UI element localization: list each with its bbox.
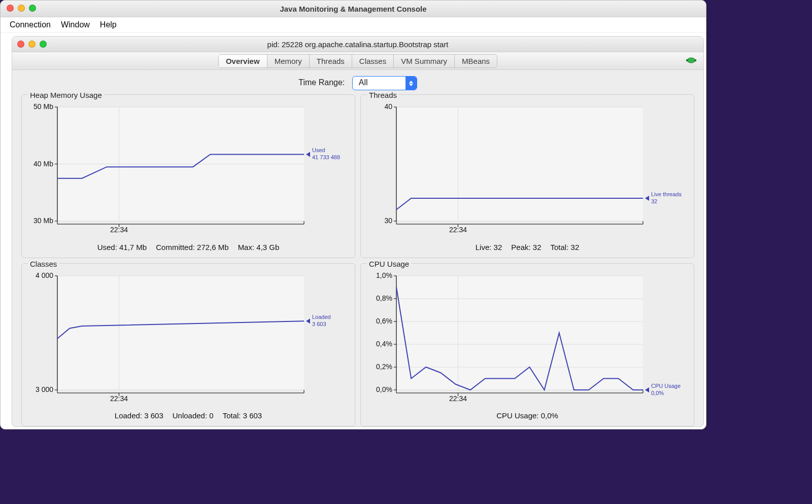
close-icon[interactable] bbox=[7, 5, 14, 12]
threads-peak: Peak: 32 bbox=[511, 243, 541, 251]
tab-memory[interactable]: Memory bbox=[267, 55, 310, 67]
svg-text:CPU Usage: CPU Usage bbox=[651, 383, 681, 389]
tab-mbeans[interactable]: MBeans bbox=[455, 55, 497, 67]
svg-rect-22 bbox=[396, 107, 643, 221]
document-window: pid: 25228 org.apache.catalina.startup.B… bbox=[12, 36, 704, 427]
heap-used: Used: 41,7 Mb bbox=[97, 243, 147, 251]
svg-text:50 Mb: 50 Mb bbox=[33, 104, 53, 111]
svg-text:1,0%: 1,0% bbox=[376, 273, 392, 279]
svg-text:Loaded: Loaded bbox=[312, 314, 331, 320]
chart-cpu[interactable]: 0,0%0,2%0,4%0,6%0,8%1,0%22:34CPU Usage0,… bbox=[366, 273, 689, 403]
svg-text:30: 30 bbox=[384, 217, 392, 225]
svg-text:32: 32 bbox=[651, 198, 657, 204]
svg-text:Used: Used bbox=[312, 147, 325, 153]
tab-overview[interactable]: Overview bbox=[219, 55, 267, 67]
card-classes-title: Classes bbox=[28, 260, 59, 268]
chart-heap[interactable]: 30 Mb40 Mb50 Mb22:34Used41 733 488 bbox=[27, 104, 350, 234]
classes-loaded: Loaded: 3 603 bbox=[115, 411, 163, 420]
summary-classes: Loaded: 3 603 Unloaded: 0 Total: 3 603 bbox=[22, 411, 355, 420]
summary-heap: Used: 41,7 Mb Committed: 272,6 Mb Max: 4… bbox=[22, 243, 355, 251]
outer-titlebar: Java Monitoring & Management Console bbox=[1, 1, 706, 17]
charts-grid: Heap Memory Usage 30 Mb40 Mb50 Mb22:34Us… bbox=[12, 94, 703, 427]
connection-status-icon bbox=[686, 56, 696, 64]
svg-text:0,4%: 0,4% bbox=[376, 340, 392, 348]
zoom-icon[interactable] bbox=[29, 5, 36, 12]
classes-unloaded: Unloaded: 0 bbox=[173, 411, 214, 420]
card-heap: Heap Memory Usage 30 Mb40 Mb50 Mb22:34Us… bbox=[21, 94, 355, 258]
card-threads-title: Threads bbox=[367, 91, 399, 99]
tab-classes[interactable]: Classes bbox=[352, 55, 394, 67]
card-cpu: CPU Usage 0,0%0,2%0,4%0,6%0,8%1,0%22:34C… bbox=[360, 263, 694, 427]
document-title: pid: 25228 org.apache.catalina.startup.B… bbox=[267, 40, 449, 49]
tab-vm-summary[interactable]: VM Summary bbox=[394, 55, 455, 67]
menubar: Connection Window Help bbox=[1, 17, 706, 33]
tab-group: Overview Memory Threads Classes VM Summa… bbox=[218, 54, 497, 68]
chart-threads[interactable]: 304022:34Live threads32 bbox=[366, 104, 689, 234]
heap-committed: Committed: 272,6 Mb bbox=[156, 243, 228, 251]
svg-text:41 733 488: 41 733 488 bbox=[312, 154, 340, 160]
heap-max: Max: 4,3 Gb bbox=[238, 243, 280, 251]
document-traffic-lights[interactable] bbox=[17, 41, 47, 48]
document-titlebar: pid: 25228 org.apache.catalina.startup.B… bbox=[12, 37, 703, 52]
threads-live: Live: 32 bbox=[476, 243, 502, 251]
doc-close-icon[interactable] bbox=[17, 41, 24, 48]
app-title: Java Monitoring & Management Console bbox=[280, 5, 426, 13]
chevron-updown-icon bbox=[405, 77, 417, 90]
svg-text:Live threads: Live threads bbox=[651, 191, 682, 197]
svg-text:30 Mb: 30 Mb bbox=[33, 217, 53, 225]
time-range-select[interactable]: All bbox=[352, 76, 417, 90]
svg-text:0,0%: 0,0% bbox=[376, 385, 392, 393]
svg-point-0 bbox=[687, 58, 695, 63]
doc-zoom-icon[interactable] bbox=[40, 41, 47, 48]
svg-text:0,0%: 0,0% bbox=[651, 390, 664, 396]
app-window: Java Monitoring & Management Console Con… bbox=[0, 0, 706, 429]
svg-text:22:34: 22:34 bbox=[449, 226, 467, 234]
card-cpu-title: CPU Usage bbox=[367, 260, 411, 268]
menu-connection[interactable]: Connection bbox=[10, 20, 51, 29]
svg-rect-38 bbox=[57, 276, 304, 390]
svg-text:40: 40 bbox=[384, 104, 392, 111]
svg-text:40 Mb: 40 Mb bbox=[33, 160, 53, 168]
chart-classes[interactable]: 3 0004 00022:34Loaded3 603 bbox=[27, 273, 350, 403]
menu-help[interactable]: Help bbox=[100, 20, 117, 29]
tab-threads[interactable]: Threads bbox=[310, 55, 352, 67]
svg-rect-54 bbox=[396, 276, 643, 390]
svg-text:0,6%: 0,6% bbox=[376, 317, 392, 325]
card-threads: Threads 304022:34Live threads32 Live: 32… bbox=[360, 94, 694, 258]
cpu-usage: CPU Usage: 0,0% bbox=[496, 411, 558, 420]
svg-text:22:34: 22:34 bbox=[110, 394, 128, 403]
minimize-icon[interactable] bbox=[18, 5, 25, 12]
summary-cpu: CPU Usage: 0,0% bbox=[361, 411, 694, 420]
summary-threads: Live: 32 Peak: 32 Total: 32 bbox=[361, 243, 694, 251]
card-classes: Classes 3 0004 00022:34Loaded3 603 Loade… bbox=[21, 263, 355, 427]
svg-text:22:34: 22:34 bbox=[449, 394, 467, 403]
card-heap-title: Heap Memory Usage bbox=[28, 91, 104, 99]
time-range-value: All bbox=[359, 78, 368, 87]
svg-rect-2 bbox=[694, 59, 696, 61]
svg-rect-1 bbox=[686, 59, 688, 61]
outer-traffic-lights[interactable] bbox=[7, 5, 36, 12]
doc-minimize-icon[interactable] bbox=[28, 41, 36, 48]
time-range-label: Time Range: bbox=[298, 78, 345, 87]
tabbar: Overview Memory Threads Classes VM Summa… bbox=[12, 52, 703, 70]
threads-total: Total: 32 bbox=[551, 243, 580, 251]
svg-text:0,8%: 0,8% bbox=[376, 294, 392, 302]
svg-text:3 603: 3 603 bbox=[312, 321, 326, 327]
classes-total: Total: 3 603 bbox=[223, 411, 262, 420]
svg-text:4 000: 4 000 bbox=[36, 273, 53, 279]
svg-text:3 000: 3 000 bbox=[36, 385, 53, 393]
svg-text:22:34: 22:34 bbox=[110, 226, 128, 234]
time-range-row: Time Range: All bbox=[12, 70, 703, 94]
svg-text:0,2%: 0,2% bbox=[376, 363, 392, 371]
menu-window[interactable]: Window bbox=[61, 20, 90, 29]
